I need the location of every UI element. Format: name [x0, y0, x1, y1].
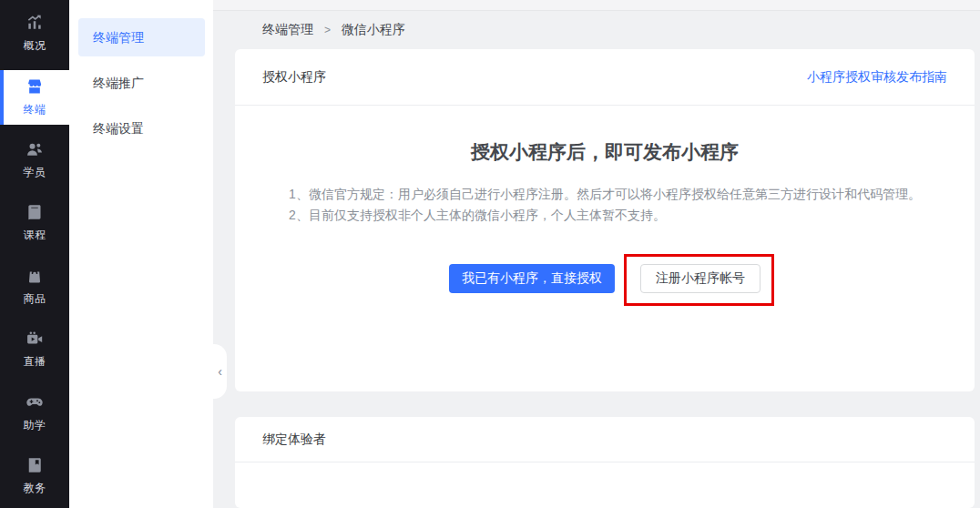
authorize-heading: 授权小程序后，即可发布小程序 [262, 138, 947, 166]
annotated-button-wrap: 注册小程序帐号 [640, 264, 761, 293]
sidebar-item-live[interactable]: 直播 [0, 319, 69, 381]
sidebar-item-students[interactable]: 学员 [0, 128, 69, 191]
sidebar-collapse-handle[interactable]: ‹ [213, 344, 227, 399]
register-miniprogram-account-button[interactable]: 注册小程序帐号 [640, 264, 761, 293]
app-window: 概况 终端 学员 课程 商品 [0, 0, 980, 508]
content-area: 终端管理 > 微信小程序 授权小程序 小程序授权审核发布指南 授权小程序后，即可… [213, 11, 980, 508]
sidebar-item-label: 学员 [24, 165, 46, 180]
card-header: 绑定体验者 [235, 417, 975, 462]
audit-publish-guide-link[interactable]: 小程序授权审核发布指南 [807, 69, 947, 86]
sidebar-item-study-aid[interactable]: 助学 [0, 381, 69, 444]
card-title: 绑定体验者 [262, 432, 326, 448]
sidebar-item-label: 终端 [24, 102, 46, 117]
card-body: 授权小程序后，即可发布小程序 1、微信官方规定：用户必须自己进行小程序注册。然后… [235, 106, 975, 391]
primary-sidebar: 概况 终端 学员 课程 商品 [0, 0, 69, 508]
sidebar-item-academics[interactable]: 教务 [0, 444, 69, 507]
sidebar-item-label: 助学 [24, 418, 46, 433]
sidebar-item-label: 教务 [24, 481, 46, 496]
breadcrumb: 终端管理 > 微信小程序 [262, 20, 975, 38]
breadcrumb-item-wechat-miniprogram: 微信小程序 [342, 22, 405, 36]
book-icon [26, 203, 44, 221]
secondary-sidebar: 终端管理 终端推广 终端设置 [69, 0, 213, 508]
card-title: 授权小程序 [262, 69, 326, 86]
card-body [235, 462, 975, 508]
authorize-notes: 1、微信官方规定：用户必须自己进行小程序注册。然后才可以将小程序授权给任意第三方… [289, 184, 921, 226]
sidebar-item-label: 直播 [24, 354, 46, 370]
submenu-item-terminal-management[interactable]: 终端管理 [78, 18, 205, 56]
breadcrumb-separator-icon: > [324, 24, 331, 36]
sidebar-item-terminal[interactable]: 终端 [0, 70, 69, 125]
sidebar-item-overview[interactable]: 概况 [0, 2, 69, 65]
top-bar [213, 0, 980, 11]
note-line: 2、目前仅支持授权非个人主体的微信小程序，个人主体暂不支持。 [289, 205, 921, 226]
sidebar-item-label: 课程 [24, 228, 46, 243]
storefront-icon [26, 77, 44, 96]
game-controller-icon [26, 393, 44, 411]
sidebar-item-courses[interactable]: 课程 [0, 192, 69, 255]
note-line: 1、微信官方规定：用户必须自己进行小程序注册。然后才可以将小程序授权给任意第三方… [289, 184, 921, 205]
sidebar-item-label: 商品 [24, 291, 46, 307]
notebook-icon [26, 456, 44, 474]
sidebar-item-label: 概况 [24, 38, 46, 54]
authorize-miniprogram-card: 授权小程序 小程序授权审核发布指南 授权小程序后，即可发布小程序 1、微信官方规… [235, 49, 975, 391]
action-button-row: 我已有小程序，直接授权 注册小程序帐号 [262, 264, 947, 293]
trend-chart-icon [26, 14, 44, 32]
bind-tester-card: 绑定体验者 [235, 417, 975, 508]
card-header: 授权小程序 小程序授权审核发布指南 [235, 49, 975, 106]
breadcrumb-item-terminal-management[interactable]: 终端管理 [262, 22, 313, 36]
submenu-item-terminal-promotion[interactable]: 终端推广 [78, 64, 205, 102]
authorize-existing-miniprogram-button[interactable]: 我已有小程序，直接授权 [449, 264, 615, 293]
sidebar-item-goods[interactable]: 商品 [0, 255, 69, 318]
video-camera-icon [26, 330, 44, 348]
shopping-bag-icon [26, 267, 44, 285]
chevron-left-icon: ‹ [218, 364, 222, 379]
users-icon [26, 140, 44, 158]
submenu-item-terminal-settings[interactable]: 终端设置 [78, 109, 205, 147]
main-area: 终端管理 > 微信小程序 授权小程序 小程序授权审核发布指南 授权小程序后，即可… [213, 0, 980, 508]
